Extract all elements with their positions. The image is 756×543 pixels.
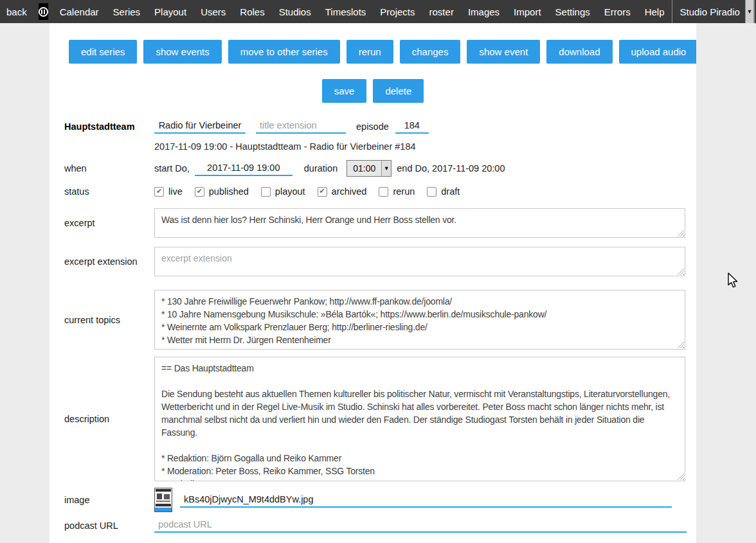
excerpt-row: excerpt Was ist denn hier los? Herr Schi… (50, 208, 696, 238)
nav-item-back[interactable]: back (0, 0, 34, 23)
upload-audio-button[interactable]: upload audio (619, 40, 696, 64)
nav-item-images[interactable]: Images (461, 0, 507, 23)
start-datetime-input[interactable] (195, 161, 292, 176)
summary-row: 2017-11-09 19:00 - Hauptstadtteam - Radi… (50, 141, 696, 152)
move-to-other-series-button[interactable]: move to other series (228, 40, 340, 64)
published-checkbox[interactable] (195, 187, 204, 197)
event-summary-text: 2017-11-09 19:00 - Hauptstadtteam - Radi… (154, 141, 416, 152)
start-day-label: start Do, (154, 163, 190, 174)
status-option-published: published (195, 186, 249, 197)
playout-checkbox[interactable] (261, 187, 271, 197)
excerpt-extension-textarea[interactable] (154, 247, 685, 276)
nav-item-errors[interactable]: Errors (597, 0, 638, 23)
status-label: status (64, 186, 154, 197)
image-thumbnail-art (155, 488, 172, 512)
toolbar-row-1: edit series show events move to other se… (50, 40, 696, 64)
status-option-archived: archived (318, 186, 367, 197)
podcast-url-label: podcast URL (64, 521, 154, 531)
draft-checkbox-label: draft (441, 186, 460, 197)
rerun-checkbox[interactable] (379, 187, 388, 197)
image-row: image (50, 488, 696, 512)
nav-item-roles[interactable]: Roles (233, 0, 271, 23)
changes-button[interactable]: changes (400, 40, 461, 64)
mouse-cursor (727, 272, 739, 292)
duration-select[interactable]: 01:00 ▼ (346, 160, 392, 177)
end-datetime-label: end Do, 2017-11-09 20:00 (397, 163, 505, 174)
live-checkbox-label: live (168, 186, 183, 197)
duration-select-value: 01:00 (347, 161, 381, 176)
playout-checkbox-label: playout (275, 186, 305, 197)
show-events-button[interactable]: show events (143, 40, 221, 64)
duration-label: duration (304, 163, 338, 174)
nav-item-calendar[interactable]: Calendar (53, 0, 106, 23)
status-option-playout: playout (261, 186, 305, 197)
nav-item-projects[interactable]: Projects (373, 0, 422, 23)
published-checkbox-label: published (209, 186, 249, 197)
studio-select-value: Studio Piradio (672, 0, 745, 23)
show-event-button[interactable]: show event (467, 40, 540, 64)
excerpt-extension-row: excerpt extension (50, 247, 696, 276)
episode-input[interactable] (395, 119, 429, 134)
nav-item-studios[interactable]: Studios (272, 0, 318, 23)
rerun-checkbox-label: rerun (393, 186, 415, 197)
excerpt-label: excerpt (64, 218, 154, 228)
image-thumbnail[interactable] (154, 488, 172, 512)
nav-item-series[interactable]: Series (106, 0, 148, 23)
current-topics-textarea[interactable]: * 130 Jahre Freiwillige Feuerwehr Pankow… (154, 290, 685, 350)
draft-checkbox[interactable] (427, 187, 437, 197)
save-button[interactable]: save (322, 79, 367, 103)
nav-item-roster[interactable]: roster (422, 0, 461, 23)
current-topics-label: current topics (64, 315, 154, 325)
nav-item-users[interactable]: Users (194, 0, 233, 23)
description-label: description (64, 414, 154, 424)
when-label: when (64, 163, 154, 174)
live-checkbox[interactable] (154, 187, 164, 197)
nav-item-help[interactable]: Help (638, 0, 672, 23)
status-option-rerun: rerun (379, 186, 415, 197)
piradio-logo-ring (39, 7, 48, 17)
podcast-url-input[interactable] (154, 518, 687, 533)
series-name-label: Hauptstadtteam (64, 121, 154, 132)
description-textarea[interactable]: == Das Hauptstadtteam Die Sendung besteh… (154, 357, 685, 481)
nav-item-playout[interactable]: Playout (147, 0, 194, 23)
image-label: image (64, 495, 154, 505)
event-form: Hauptstadtteam episode 2017-11-09 19:00 … (50, 119, 696, 543)
podcast-url-row: podcast URL (50, 518, 696, 533)
description-row: description == Das Hauptstadtteam Die Se… (50, 357, 696, 481)
nav-item-timeslots[interactable]: Timeslots (318, 0, 374, 23)
archived-checkbox[interactable] (318, 187, 327, 197)
download-button[interactable]: download (546, 40, 612, 64)
chevron-down-icon: ▼ (381, 161, 391, 176)
excerpt-textarea[interactable]: Was ist denn hier los? Herr Schinski, He… (154, 208, 685, 238)
title-extension-input[interactable] (256, 119, 346, 134)
edit-series-button[interactable]: edit series (69, 40, 137, 64)
title-row: Hauptstadtteam episode (50, 119, 696, 134)
when-row: when start Do, duration 01:00 ▼ end Do, … (50, 160, 696, 177)
status-option-live: live (154, 186, 183, 197)
title-input[interactable] (154, 119, 246, 134)
episode-label: episode (356, 121, 389, 132)
delete-button[interactable]: delete (373, 79, 424, 103)
nav-item-settings[interactable]: Settings (548, 0, 597, 23)
excerpt-extension-label: excerpt extension (64, 256, 154, 267)
studio-select[interactable]: Studio Piradio ▼ (672, 0, 754, 23)
archived-checkbox-label: archived (332, 186, 367, 197)
nav-item-import[interactable]: Import (507, 0, 548, 23)
top-navbar: back Calendar Series Playout Users Roles… (0, 0, 756, 23)
status-option-draft: draft (427, 186, 460, 197)
chevron-down-icon: ▼ (745, 0, 754, 23)
image-filename-input[interactable] (180, 493, 672, 508)
content-panel: edit series show events move to other se… (50, 23, 696, 543)
rerun-button[interactable]: rerun (346, 40, 393, 64)
status-row: status live published playout archived (50, 186, 696, 197)
toolbar-row-2: save delete (50, 79, 696, 103)
piradio-logo-icon[interactable] (39, 3, 48, 20)
current-topics-row: current topics * 130 Jahre Freiwillige F… (50, 290, 696, 350)
